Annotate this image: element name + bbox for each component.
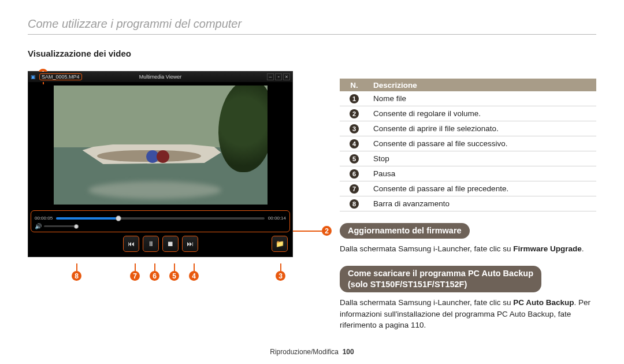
progress-bar[interactable] — [56, 217, 265, 220]
callout-4: 4 — [189, 271, 199, 281]
stop-button[interactable]: ⏹ — [162, 236, 179, 252]
filename-label: SAM_0005.MP4 — [39, 73, 82, 80]
section-title: Come utilizzare i programmi del computer — [28, 17, 596, 35]
close-icon[interactable]: × — [283, 73, 290, 80]
table-row: 5Stop — [340, 151, 596, 166]
time-total: 00:00:14 — [268, 216, 286, 221]
minimize-icon[interactable]: – — [267, 73, 274, 80]
volume-slider[interactable] — [44, 225, 79, 227]
progress-thumb[interactable] — [116, 216, 121, 221]
callout-5: 5 — [169, 271, 179, 281]
volume-icon[interactable]: 🔊 — [35, 223, 42, 229]
window-title: Multimedia Viewer — [139, 74, 181, 80]
progress-volume-panel: 00:00:05 00:00:14 🔊 — [31, 210, 290, 232]
pause-button[interactable]: ⏸ — [143, 236, 159, 252]
description-table: N. Descrizione 1Nome file 2Consente di r… — [340, 79, 596, 211]
callout-line — [293, 231, 322, 232]
previous-button[interactable]: ⏮ — [123, 236, 139, 252]
time-current: 00:00:05 — [35, 216, 53, 221]
table-row: 1Nome file — [340, 91, 596, 106]
callout-7: 7 — [130, 271, 140, 281]
firmware-heading: Aggiornamento del firmware — [340, 223, 470, 239]
table-row: 8Barra di avanzamento — [340, 196, 596, 211]
table-head-desc: Descrizione — [369, 79, 596, 91]
table-head-n: N. — [340, 79, 369, 91]
next-button[interactable]: ⏭ — [182, 236, 198, 252]
backup-text: Dalla schermata Samsung i-Launcher, fate… — [340, 297, 596, 331]
playback-buttons-row: ⏮ ⏸ ⏹ ⏭ 📁 — [28, 232, 292, 257]
maximize-icon[interactable]: ▫ — [275, 73, 282, 80]
subsection-heading: Visualizzazione dei video — [28, 49, 305, 58]
callout-2: 2 — [322, 226, 332, 236]
page-footer: Riproduzione/Modifica 100 — [0, 348, 624, 356]
callout-6: 6 — [150, 271, 159, 281]
table-row: 7Consente di passare al file precedente. — [340, 181, 596, 196]
callout-8: 8 — [72, 271, 81, 281]
callout-3: 3 — [276, 271, 285, 281]
volume-thumb[interactable] — [74, 224, 79, 229]
open-file-button[interactable]: 📁 — [272, 236, 288, 252]
video-area — [28, 82, 292, 208]
video-frame-boat — [54, 86, 268, 205]
table-row: 2Consente di regolare il volume. — [340, 106, 596, 121]
table-row: 6Pausa — [340, 166, 596, 181]
table-row: 3Consente di aprire il file selezionato. — [340, 121, 596, 136]
firmware-text: Dalla schermata Samsung i-Launcher, fate… — [340, 243, 596, 255]
multimedia-viewer-window: ▣ SAM_0005.MP4 Multimedia Viewer – ▫ × — [28, 71, 293, 257]
backup-heading: Come scaricare il programma PC Auto Back… — [340, 266, 541, 292]
table-row: 4Consente di passare al file successivo. — [340, 136, 596, 151]
app-icon: ▣ — [31, 74, 36, 80]
titlebar: ▣ SAM_0005.MP4 Multimedia Viewer – ▫ × — [28, 72, 292, 82]
